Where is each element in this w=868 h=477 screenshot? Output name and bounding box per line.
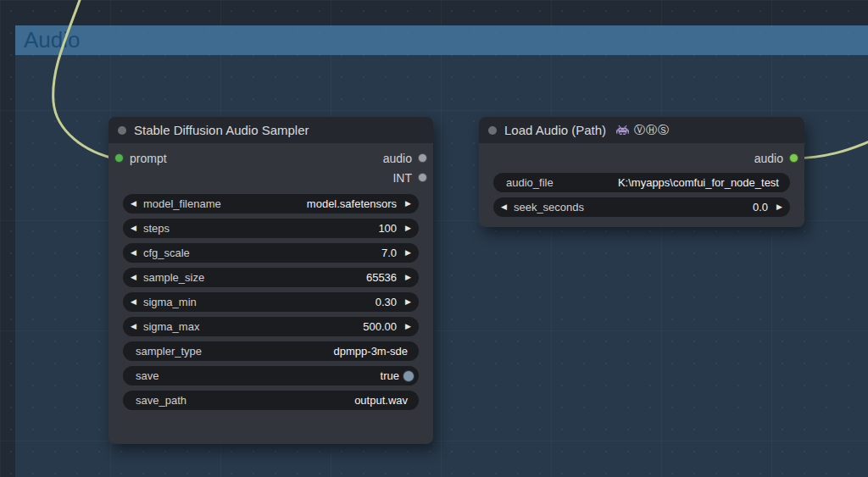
widget-value: 0.30 [376, 296, 397, 308]
widget-sigma-min[interactable]: ◀ sigma_min 0.30 ▶ [123, 292, 419, 312]
widget-cfg-scale[interactable]: ◀ cfg_scale 7.0 ▶ [123, 243, 419, 263]
group-title: Audio [24, 27, 81, 53]
widget-label: save [136, 369, 159, 382]
widget-value: K:\myapps\comfui_for_node_test [618, 176, 779, 189]
widget-save[interactable]: save true [123, 366, 419, 385]
widget-area: audio_file K:\myapps\comfui_for_node_tes… [479, 173, 804, 217]
widget-steps[interactable]: ◀ steps 100 ▶ [123, 219, 419, 238]
vhs-invader-icon [616, 125, 629, 135]
decrement-arrow-icon[interactable]: ◀ [501, 203, 507, 211]
decrement-arrow-icon[interactable]: ◀ [131, 274, 136, 281]
widget-label: seek_seconds [514, 201, 584, 214]
widget-label: model_filename [143, 197, 221, 210]
widget-label: sigma_max [143, 320, 199, 333]
decrement-arrow-icon[interactable]: ◀ [131, 249, 136, 257]
increment-arrow-icon[interactable]: ▶ [405, 249, 411, 257]
widget-label: cfg_scale [143, 247, 190, 259]
widget-value: dpmpp-3m-sde [334, 345, 408, 358]
input-slot-prompt[interactable]: prompt [114, 152, 167, 165]
widget-area: ◀ model_filename model.safetensors ▶ ◀ s… [108, 194, 433, 410]
slot-label: prompt [130, 152, 167, 165]
output-port-icon[interactable] [418, 153, 427, 163]
slot-label: INT [392, 171, 412, 185]
widget-value: 0.0 [753, 201, 768, 214]
increment-arrow-icon[interactable]: ▶ [405, 225, 411, 232]
widget-sample-size[interactable]: ◀ sample_size 65536 ▶ [123, 268, 419, 287]
collapse-dot-icon[interactable] [118, 126, 126, 135]
increment-arrow-icon[interactable]: ▶ [405, 200, 411, 208]
toggle-icon[interactable] [403, 370, 415, 382]
widget-value: 65536 [366, 271, 397, 284]
node-title: Stable Diffusion Audio Sampler [134, 123, 309, 137]
slot-label: audio [383, 152, 412, 165]
widget-audio-file[interactable]: audio_file K:\myapps\comfui_for_node_tes… [493, 173, 790, 192]
node-header[interactable]: Load Audio (Path) ⓋⒽⓈ [479, 117, 804, 143]
slot-label: audio [754, 152, 783, 165]
widget-model-filename[interactable]: ◀ model_filename model.safetensors ▶ [123, 194, 419, 214]
widget-save-path[interactable]: save_path output.wav [123, 391, 419, 410]
increment-arrow-icon[interactable]: ▶ [776, 203, 782, 211]
vhs-badges: ⓋⒽⓈ [634, 123, 670, 138]
increment-arrow-icon[interactable]: ▶ [405, 274, 411, 281]
widget-label: audio_file [506, 176, 554, 189]
output-slot-audio[interactable]: audio [754, 152, 798, 165]
output-port-icon[interactable] [418, 173, 427, 182]
decrement-arrow-icon[interactable]: ◀ [131, 200, 136, 208]
node-stable-diffusion-audio-sampler[interactable]: Stable Diffusion Audio Sampler prompt au… [108, 117, 433, 444]
widget-value: model.safetensors [307, 197, 397, 210]
decrement-arrow-icon[interactable]: ◀ [131, 323, 136, 330]
widget-seek-seconds[interactable]: ◀ seek_seconds 0.0 ▶ [493, 197, 790, 217]
widget-label: sigma_min [143, 296, 197, 308]
widget-label: save_path [136, 394, 186, 407]
slot-row: prompt audio [108, 148, 433, 168]
slot-row: INT [108, 168, 433, 187]
node-header[interactable]: Stable Diffusion Audio Sampler [108, 117, 433, 143]
widget-value: output.wav [354, 394, 408, 407]
widget-label: sampler_type [136, 345, 202, 358]
node-load-audio-path[interactable]: Load Audio (Path) ⓋⒽⓈ [479, 117, 804, 227]
output-port-icon[interactable] [789, 153, 798, 163]
widget-sampler-type[interactable]: sampler_type dpmpp-3m-sde [123, 341, 419, 361]
slot-area: audio [479, 143, 804, 168]
decrement-arrow-icon[interactable]: ◀ [131, 298, 136, 306]
increment-arrow-icon[interactable]: ▶ [405, 298, 411, 306]
widget-value: 100 [378, 222, 397, 235]
increment-arrow-icon[interactable]: ▶ [405, 323, 411, 330]
widget-value: true [381, 369, 399, 382]
node-title: Load Audio (Path) [504, 123, 606, 137]
decrement-arrow-icon[interactable]: ◀ [131, 225, 136, 232]
slot-row: audio [479, 148, 804, 168]
widget-sigma-max[interactable]: ◀ sigma_max 500.00 ▶ [123, 317, 419, 336]
group-header[interactable]: Audio [15, 25, 868, 55]
widget-value: 500.00 [363, 320, 397, 333]
input-port-icon[interactable] [114, 153, 124, 163]
output-slot-audio[interactable]: audio [383, 152, 427, 165]
widget-label: steps [143, 222, 170, 235]
output-slot-int[interactable]: INT [392, 171, 427, 185]
slot-area: prompt audio INT [108, 143, 433, 187]
widget-value: 7.0 [381, 247, 397, 259]
widget-label: sample_size [143, 271, 204, 284]
collapse-dot-icon[interactable] [488, 126, 497, 135]
node-graph-canvas[interactable]: Audio Stable Diffusion Audio Sampler pro… [0, 0, 868, 477]
